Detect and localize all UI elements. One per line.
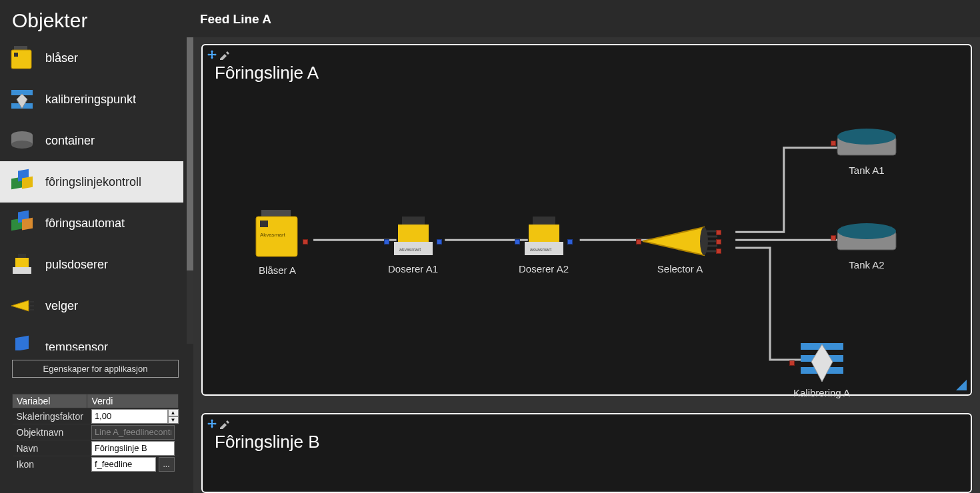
- port-in[interactable]: [789, 360, 795, 366]
- port-out[interactable]: [567, 239, 573, 245]
- properties-panel: Egenskaper for applikasjon Variabel Verd…: [0, 350, 193, 493]
- sidebar-item-calibration[interactable]: kalibreringspunkt: [0, 79, 183, 120]
- node-calibration-a[interactable]: Kalibrering A: [793, 340, 850, 398]
- svg-text:Akvasmart: Akvasmart: [260, 232, 286, 238]
- svg-rect-32: [398, 225, 429, 242]
- prop-row-objectname: Objektnavn: [13, 424, 179, 440]
- sidebar-item-label: container: [45, 134, 95, 148]
- node-label: Tank A1: [849, 165, 884, 176]
- node-label: Doserer A2: [519, 263, 569, 274]
- resize-handle-icon[interactable]: [956, 380, 967, 390]
- port-out-1[interactable]: [716, 230, 721, 235]
- sidebar-item-label: fôringsautomat: [45, 217, 125, 231]
- scale-step-down[interactable]: ▼: [168, 416, 179, 424]
- objectname-input: [91, 425, 175, 440]
- prop-header-value: Verdi: [87, 394, 179, 408]
- calibration-icon: [8, 85, 36, 113]
- node-tank-a2[interactable]: Tank A2: [833, 222, 900, 270]
- sidebar-item-label: tempsensor: [45, 340, 108, 351]
- node-label: Selector A: [657, 263, 703, 274]
- port-out-3[interactable]: [716, 248, 721, 254]
- frame-settings-icon[interactable]: [219, 418, 229, 429]
- svg-rect-36: [529, 225, 559, 242]
- svg-rect-2: [14, 53, 18, 57]
- port-out-2[interactable]: [716, 239, 721, 245]
- sidebar-item-selector[interactable]: velger: [0, 285, 183, 326]
- blower-icon: [8, 44, 36, 72]
- diagram-canvas-a[interactable]: Akvasmart Blåser A akvasmart: [203, 83, 971, 392]
- container-icon: [8, 127, 36, 155]
- sidebar-item-label: pulsdoserer: [45, 258, 108, 272]
- icon-browse-button[interactable]: ...: [159, 457, 175, 472]
- node-blower-a[interactable]: Akvasmart Blåser A: [251, 210, 304, 276]
- svg-rect-29: [260, 221, 268, 227]
- pulsedoser-icon: [8, 250, 36, 278]
- sidebar-item-label: fôringslinjekontroll: [45, 175, 141, 189]
- diagram-title-b: Fôringslinje B: [203, 414, 971, 452]
- canvas-area: Fôringslinje A: [193, 37, 980, 493]
- name-input[interactable]: [91, 441, 175, 456]
- node-selector-a[interactable]: Selector A: [640, 223, 720, 274]
- sidebar-item-blower[interactable]: blåser: [0, 37, 183, 79]
- svg-point-49: [837, 223, 896, 239]
- svg-text:akvasmart: akvasmart: [530, 247, 551, 252]
- svg-rect-14: [22, 218, 33, 231]
- sidebar-item-tempsensor[interactable]: tempsensor: [0, 326, 183, 350]
- scale-step-up[interactable]: ▲: [168, 409, 179, 416]
- scrollbar-thumb[interactable]: [187, 37, 193, 270]
- svg-text:akvasmart: akvasmart: [399, 247, 421, 252]
- node-label: Kalibrering A: [793, 387, 850, 398]
- main-area: Feed Line A Fôringslinje A: [193, 0, 980, 493]
- feedautomat-icon: [8, 209, 36, 237]
- svg-marker-53: [811, 344, 833, 382]
- sidebar-item-container[interactable]: container: [0, 120, 183, 161]
- prop-row-scale: Skaleringsfaktor ▲ ▼: [13, 408, 179, 424]
- node-tank-a1[interactable]: Tank A1: [833, 127, 900, 176]
- frame-move-icon[interactable]: [207, 418, 217, 429]
- tempsensor-icon: [8, 333, 36, 350]
- svg-point-8: [11, 141, 33, 149]
- node-label: Blåser A: [259, 264, 296, 276]
- properties-table: Variabel Verdi Skaleringsfaktor ▲ ▼ Obje…: [12, 394, 179, 472]
- sidebar-title: Objekter: [0, 0, 193, 37]
- port-in[interactable]: [515, 239, 520, 245]
- svg-marker-18: [11, 300, 29, 311]
- app-properties-button[interactable]: Egenskaper for applikasjon: [12, 360, 179, 378]
- port-out[interactable]: [303, 239, 308, 245]
- node-label: Tank A2: [849, 259, 884, 270]
- page-title: Feed Line A: [193, 0, 980, 37]
- port-in[interactable]: [636, 239, 641, 245]
- node-doser-a1[interactable]: akvasmart Doserer A1: [388, 217, 438, 274]
- diagram-frame-b[interactable]: Fôringslinje B: [201, 413, 972, 493]
- prop-row-name: Navn: [13, 440, 179, 456]
- svg-rect-16: [15, 258, 29, 267]
- port-in[interactable]: [831, 141, 836, 146]
- svg-rect-15: [13, 267, 31, 274]
- prop-row-icon: Ikon ...: [13, 456, 179, 472]
- icon-input[interactable]: [91, 457, 156, 472]
- diagram-frame-a[interactable]: Fôringslinje A: [201, 44, 972, 396]
- prop-header-variable: Variabel: [13, 394, 87, 408]
- svg-rect-35: [533, 217, 555, 225]
- svg-point-47: [837, 129, 896, 145]
- prop-label: Navn: [13, 440, 87, 456]
- port-in[interactable]: [384, 239, 389, 245]
- svg-rect-27: [261, 210, 291, 217]
- sidebar-item-feedlinecontrol[interactable]: fôringslinjekontroll: [0, 161, 183, 203]
- frame-settings-icon[interactable]: [219, 49, 229, 60]
- frame-move-icon[interactable]: [207, 49, 217, 60]
- svg-rect-11: [22, 177, 33, 189]
- sidebar-item-pulsedoser[interactable]: pulsdoserer: [0, 244, 183, 285]
- feedlinecontrol-icon: [8, 168, 36, 196]
- svg-rect-31: [402, 217, 425, 225]
- prop-label: Objektnavn: [13, 424, 87, 440]
- svg-marker-39: [643, 227, 704, 255]
- port-out[interactable]: [437, 239, 442, 245]
- scale-input[interactable]: [91, 409, 168, 424]
- port-in[interactable]: [831, 235, 836, 241]
- object-list-scrollbar[interactable]: [187, 37, 193, 344]
- node-doser-a2[interactable]: akvasmart Doserer A2: [519, 217, 569, 274]
- svg-rect-17: [18, 254, 26, 258]
- sidebar-item-label: blåser: [45, 51, 78, 65]
- sidebar-item-feedautomat[interactable]: fôringsautomat: [0, 203, 183, 244]
